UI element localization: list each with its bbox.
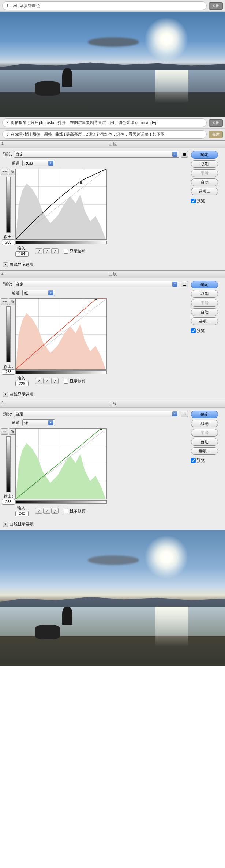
pencil-tool[interactable]: ✎ bbox=[9, 298, 16, 305]
curve-display-options[interactable]: ▼ 曲线显示选项 bbox=[0, 392, 225, 400]
output-input[interactable] bbox=[2, 369, 15, 375]
white-point-dropper[interactable]: ╱ bbox=[51, 248, 59, 254]
input-gradient bbox=[15, 370, 107, 374]
smooth-button[interactable]: 平滑 bbox=[191, 299, 218, 307]
black-point-dropper[interactable]: ╱ bbox=[35, 508, 42, 514]
step-bar-2: 2. 将拍摄的照片用photoshop打开，在图层里复制背景层，用于调色处理 c… bbox=[0, 117, 225, 129]
output-input[interactable] bbox=[2, 499, 15, 505]
channel-select[interactable]: RGB▾ bbox=[22, 160, 55, 166]
svg-line-1 bbox=[16, 169, 106, 239]
input-input[interactable] bbox=[15, 511, 29, 516]
gray-point-dropper[interactable]: ╱ bbox=[43, 378, 50, 384]
preview-checkbox[interactable]: 预览 bbox=[191, 198, 222, 204]
curve-tool[interactable]: 〰 bbox=[1, 428, 8, 435]
chevron-down-icon: ▾ bbox=[172, 152, 177, 157]
output-label: 输出: bbox=[2, 364, 15, 369]
show-clipping-checkbox[interactable]: 显示修剪 bbox=[64, 508, 86, 514]
sun-reflection bbox=[155, 70, 188, 103]
preset-select[interactable]: 自定▾ bbox=[14, 281, 179, 287]
chevron-down-icon: ▾ bbox=[48, 161, 53, 166]
curves-grid[interactable] bbox=[15, 428, 107, 499]
ok-button[interactable]: 确定 bbox=[191, 151, 218, 159]
curves-dialog-1: 1曲线 预设: 自定▾ ☰ 通道: RGB▾ bbox=[0, 140, 225, 270]
sun-reflection bbox=[155, 607, 188, 647]
curve-tool[interactable]: 〰 bbox=[1, 298, 8, 305]
show-clipping-checkbox[interactable]: 显示修剪 bbox=[64, 378, 86, 384]
input-gradient bbox=[15, 241, 107, 244]
smooth-button[interactable]: 平滑 bbox=[191, 169, 218, 177]
preset-select[interactable]: 自定▾ bbox=[14, 151, 179, 158]
step-1-text: 1. ice日落黄昏调色 bbox=[2, 1, 207, 10]
white-point-dropper[interactable]: ╱ bbox=[51, 508, 59, 514]
channel-label: 通道: bbox=[12, 161, 21, 166]
rock-silhouette bbox=[35, 81, 60, 96]
input-input[interactable] bbox=[15, 251, 29, 257]
svg-line-7 bbox=[16, 429, 106, 499]
mountains bbox=[0, 592, 225, 608]
gray-point-dropper[interactable]: ╱ bbox=[43, 508, 50, 514]
preview-checkbox[interactable]: 预览 bbox=[191, 328, 222, 333]
ok-button[interactable]: 确定 bbox=[191, 411, 218, 418]
step-3-tag[interactable]: 亮度 bbox=[209, 131, 223, 138]
preset-label: 预设: bbox=[3, 411, 12, 417]
preset-menu-button[interactable]: ☰ bbox=[181, 151, 188, 158]
input-gradient bbox=[15, 500, 107, 504]
black-point-dropper[interactable]: ╱ bbox=[35, 378, 42, 384]
channel-select[interactable]: 绿▾ bbox=[22, 419, 55, 426]
chevron-down-icon: ▾ bbox=[172, 411, 177, 416]
chevron-down-icon: ▾ bbox=[172, 282, 177, 287]
curves-title: 3曲线 bbox=[0, 400, 225, 408]
curves-grid[interactable] bbox=[15, 298, 107, 370]
smooth-button[interactable]: 平滑 bbox=[191, 429, 218, 437]
step-bar-1: 1. ice日落黄昏调色 原图 bbox=[0, 0, 225, 12]
pencil-tool[interactable]: ✎ bbox=[9, 169, 16, 175]
curves-dialog-2: 2曲线 预设: 自定▾ ☰ 通道: 红▾ bbox=[0, 270, 225, 400]
options-button[interactable]: 选项... bbox=[191, 447, 218, 455]
options-button[interactable]: 选项... bbox=[191, 317, 218, 325]
rock-silhouette bbox=[35, 625, 60, 639]
cancel-button[interactable]: 取消 bbox=[191, 160, 218, 168]
cancel-button[interactable]: 取消 bbox=[191, 420, 218, 427]
preview-checkbox[interactable]: 预览 bbox=[191, 458, 222, 463]
curves-title: 1曲线 bbox=[0, 141, 225, 148]
cancel-button[interactable]: 取消 bbox=[191, 290, 218, 298]
svg-rect-2 bbox=[80, 181, 82, 184]
curve-display-options[interactable]: ▼ 曲线显示选项 bbox=[0, 262, 225, 270]
curve-tool[interactable]: 〰 bbox=[1, 169, 8, 175]
input-input[interactable] bbox=[15, 381, 29, 386]
input-label: 输入: bbox=[15, 246, 29, 251]
svg-line-4 bbox=[16, 299, 106, 369]
auto-button[interactable]: 自动 bbox=[191, 308, 218, 316]
curve-display-options[interactable]: ▼ 曲线显示选项 bbox=[0, 521, 225, 530]
options-button[interactable]: 选项... bbox=[191, 188, 218, 195]
cloud bbox=[88, 555, 139, 565]
black-point-dropper[interactable]: ╱ bbox=[35, 248, 42, 254]
disclosure-triangle-icon: ▼ bbox=[3, 262, 8, 267]
person-silhouette bbox=[62, 607, 72, 625]
show-clipping-checkbox[interactable]: 显示修剪 bbox=[64, 249, 86, 254]
input-label: 输入: bbox=[15, 505, 29, 511]
white-point-dropper[interactable]: ╱ bbox=[51, 378, 59, 384]
curves-grid[interactable] bbox=[15, 169, 107, 240]
preset-select[interactable]: 自定▾ bbox=[14, 411, 179, 417]
gray-point-dropper[interactable]: ╱ bbox=[43, 248, 50, 254]
preset-menu-button[interactable]: ☰ bbox=[181, 281, 188, 287]
original-photo bbox=[0, 12, 225, 117]
auto-button[interactable]: 自动 bbox=[191, 178, 218, 186]
step-2-text: 2. 将拍摄的照片用photoshop打开，在图层里复制背景层，用于调色处理 c… bbox=[2, 118, 207, 127]
output-gradient bbox=[6, 306, 11, 362]
output-label: 输出: bbox=[2, 494, 15, 499]
ok-button[interactable]: 确定 bbox=[191, 281, 218, 288]
person-silhouette bbox=[62, 68, 72, 87]
cloud bbox=[88, 37, 139, 47]
step-2-tag[interactable]: 原图 bbox=[209, 119, 223, 127]
channel-select[interactable]: 红▾ bbox=[22, 290, 55, 296]
disclosure-triangle-icon: ▼ bbox=[3, 392, 8, 397]
step-1-tag[interactable]: 原图 bbox=[209, 2, 223, 10]
sun-glare bbox=[141, 14, 192, 65]
preset-menu-button[interactable]: ☰ bbox=[181, 411, 188, 417]
pencil-tool[interactable]: ✎ bbox=[9, 428, 16, 435]
auto-button[interactable]: 自动 bbox=[191, 438, 218, 446]
output-input[interactable] bbox=[2, 239, 15, 245]
output-gradient bbox=[6, 177, 11, 233]
